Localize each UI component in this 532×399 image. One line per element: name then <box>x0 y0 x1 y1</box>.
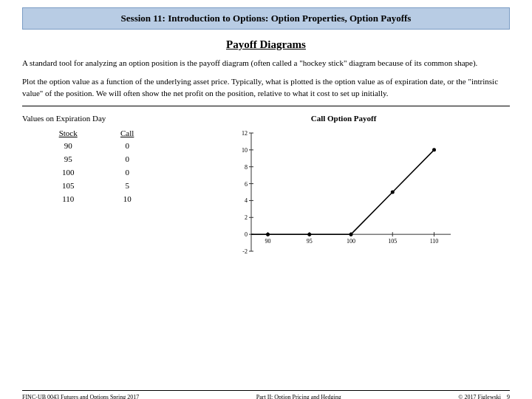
svg-point-28 <box>266 232 270 236</box>
stock-value: 90 <box>37 139 99 152</box>
page: Session 11: Introduction to Options: Opt… <box>0 7 532 399</box>
stock-value: 100 <box>37 166 99 179</box>
header-title: Session 11: Introduction to Options: Opt… <box>121 13 412 24</box>
chart-svg: 9095100105110-2024681012 <box>177 126 510 273</box>
svg-point-29 <box>307 232 311 236</box>
svg-text:8: 8 <box>245 163 248 170</box>
svg-text:110: 110 <box>430 238 439 245</box>
header-bar: Session 11: Introduction to Options: Opt… <box>22 7 510 30</box>
paragraph2: Plot the option value as a function of t… <box>22 75 510 100</box>
footer-left: FINC-UB 0043 Futures and Options Spring … <box>22 394 139 399</box>
call-value: 0 <box>99 139 155 152</box>
svg-text:95: 95 <box>307 238 313 245</box>
stock-value: 95 <box>37 152 99 166</box>
chart-section: Call Option Payoff 9095100105110-2024681… <box>177 114 510 273</box>
svg-text:4: 4 <box>245 197 248 204</box>
svg-text:100: 100 <box>347 238 355 245</box>
col2-header: Call <box>99 127 155 139</box>
svg-text:2: 2 <box>245 214 248 221</box>
svg-text:12: 12 <box>242 130 248 137</box>
svg-text:90: 90 <box>265 238 271 245</box>
col1-header: Stock <box>37 127 99 139</box>
stock-value: 105 <box>37 179 99 192</box>
svg-text:-2: -2 <box>242 248 248 255</box>
values-table: Stock Call 9009501000105511010 <box>37 127 155 205</box>
svg-text:105: 105 <box>388 238 397 245</box>
footer-right: © 2017 Figlewski 9 <box>458 394 510 399</box>
page-title: Payoff Diagrams <box>22 38 510 51</box>
chart-container: 9095100105110-2024681012 <box>177 126 510 273</box>
call-value: 5 <box>99 179 155 192</box>
chart-title: Call Option Payoff <box>177 114 510 123</box>
svg-text:10: 10 <box>242 146 248 153</box>
content-area: Values on Expiration Day Stock Call 9009… <box>22 114 510 273</box>
svg-point-30 <box>349 232 353 236</box>
svg-text:6: 6 <box>245 180 248 187</box>
paragraph1: A standard tool for analyzing an option … <box>22 57 510 69</box>
svg-point-32 <box>432 148 436 151</box>
table-row: 1000 <box>37 166 155 179</box>
footer: FINC-UB 0043 Futures and Options Spring … <box>22 390 510 399</box>
body-text: A standard tool for analyzing an option … <box>22 57 510 100</box>
svg-point-31 <box>391 190 395 194</box>
table-title: Values on Expiration Day <box>22 114 170 123</box>
call-value: 10 <box>99 192 155 205</box>
stock-value: 110 <box>37 192 99 205</box>
call-value: 0 <box>99 152 155 166</box>
svg-text:0: 0 <box>245 231 248 238</box>
call-value: 0 <box>99 166 155 179</box>
divider-line <box>22 106 510 106</box>
table-row: 950 <box>37 152 155 166</box>
table-row: 900 <box>37 139 155 152</box>
table-section: Values on Expiration Day Stock Call 9009… <box>22 114 170 273</box>
footer-center: Part II: Option Pricing and Hedging <box>256 394 341 399</box>
table-row: 11010 <box>37 192 155 205</box>
table-row: 1055 <box>37 179 155 192</box>
